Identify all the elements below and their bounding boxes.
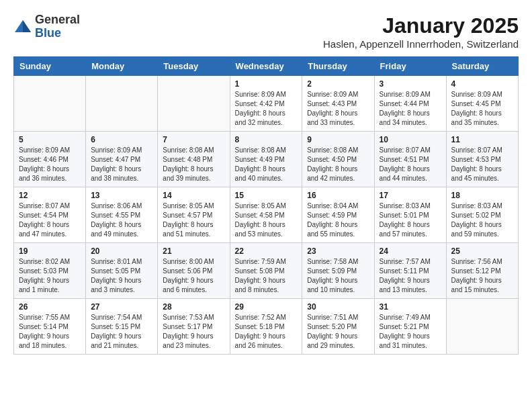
day-number: 3 [380,79,441,89]
day-info: Sunrise: 7:54 AMSunset: 5:15 PMDaylight:… [91,313,152,351]
weekday-header-sunday: Sunday [14,57,86,76]
calendar-cell: 13Sunrise: 8:06 AMSunset: 4:55 PMDayligh… [86,187,158,243]
day-number: 15 [235,191,298,200]
logo-general-text: General [35,13,80,27]
day-info: Sunrise: 7:56 AMSunset: 5:12 PMDaylight:… [451,257,513,295]
day-number: 31 [380,302,441,312]
calendar-week-row: 5Sunrise: 8:09 AMSunset: 4:46 PMDaylight… [14,132,519,187]
svg-marker-1 [23,20,31,32]
calendar-cell: 21Sunrise: 8:00 AMSunset: 5:06 PMDayligh… [158,243,230,299]
day-number: 9 [307,135,369,144]
calendar-week-row: 19Sunrise: 8:02 AMSunset: 5:03 PMDayligh… [14,243,519,299]
calendar-cell: 20Sunrise: 8:01 AMSunset: 5:05 PMDayligh… [86,243,158,299]
day-info: Sunrise: 8:09 AMSunset: 4:44 PMDaylight:… [380,90,441,128]
day-info: Sunrise: 7:55 AMSunset: 5:14 PMDaylight:… [19,313,81,351]
day-number: 27 [91,302,152,312]
day-number: 28 [163,302,224,312]
day-info: Sunrise: 8:08 AMSunset: 4:48 PMDaylight:… [163,146,224,183]
calendar-cell: 18Sunrise: 8:03 AMSunset: 5:02 PMDayligh… [446,187,518,243]
day-info: Sunrise: 8:07 AMSunset: 4:54 PMDaylight:… [19,201,81,239]
weekday-header-row: SundayMondayTuesdayWednesdayThursdayFrid… [14,57,519,76]
calendar-cell: 14Sunrise: 8:05 AMSunset: 4:57 PMDayligh… [158,187,230,243]
logo-icon [13,17,32,36]
location-title: Haslen, Appenzell Innerrhoden, Switzerla… [323,38,519,50]
day-info: Sunrise: 8:09 AMSunset: 4:46 PMDaylight:… [19,146,81,183]
day-number: 23 [307,246,369,256]
weekday-header-saturday: Saturday [446,57,518,76]
calendar-cell: 26Sunrise: 7:55 AMSunset: 5:14 PMDayligh… [14,299,86,355]
day-info: Sunrise: 7:49 AMSunset: 5:21 PMDaylight:… [380,313,441,351]
day-info: Sunrise: 8:05 AMSunset: 4:58 PMDaylight:… [235,201,298,239]
day-number: 22 [235,246,298,256]
day-number: 20 [91,246,152,256]
calendar-cell: 7Sunrise: 8:08 AMSunset: 4:48 PMDaylight… [158,132,230,187]
calendar-cell: 4Sunrise: 8:09 AMSunset: 4:45 PMDaylight… [446,76,518,132]
calendar-cell: 11Sunrise: 8:07 AMSunset: 4:53 PMDayligh… [446,132,518,187]
day-number: 30 [307,302,369,312]
calendar-cell: 19Sunrise: 8:02 AMSunset: 5:03 PMDayligh… [14,243,86,299]
day-number: 6 [91,135,152,144]
day-info: Sunrise: 8:02 AMSunset: 5:03 PMDaylight:… [19,257,81,295]
calendar-cell: 5Sunrise: 8:09 AMSunset: 4:46 PMDaylight… [14,132,86,187]
calendar-cell: 16Sunrise: 8:04 AMSunset: 4:59 PMDayligh… [302,187,374,243]
day-info: Sunrise: 8:09 AMSunset: 4:42 PMDaylight:… [235,90,298,128]
calendar-cell: 1Sunrise: 8:09 AMSunset: 4:42 PMDaylight… [230,76,302,132]
day-number: 7 [163,135,224,144]
day-number: 17 [380,191,441,200]
calendar-cell [446,299,518,355]
day-info: Sunrise: 8:03 AMSunset: 5:01 PMDaylight:… [380,201,441,239]
calendar-cell: 8Sunrise: 8:08 AMSunset: 4:49 PMDaylight… [230,132,302,187]
day-number: 12 [19,191,81,200]
calendar-week-row: 12Sunrise: 8:07 AMSunset: 4:54 PMDayligh… [14,187,519,243]
calendar-week-row: 26Sunrise: 7:55 AMSunset: 5:14 PMDayligh… [14,299,519,355]
calendar-week-row: 1Sunrise: 8:09 AMSunset: 4:42 PMDaylight… [14,76,519,132]
weekday-header-thursday: Thursday [302,57,374,76]
day-info: Sunrise: 8:09 AMSunset: 4:43 PMDaylight:… [307,90,369,128]
day-number: 13 [91,191,152,200]
day-number: 2 [307,79,369,89]
day-number: 24 [380,246,441,256]
calendar-cell: 27Sunrise: 7:54 AMSunset: 5:15 PMDayligh… [86,299,158,355]
day-info: Sunrise: 8:07 AMSunset: 4:51 PMDaylight:… [380,146,441,183]
calendar-cell [86,76,158,132]
day-number: 1 [235,79,298,89]
logo: General Blue [13,13,80,40]
calendar-cell: 6Sunrise: 8:09 AMSunset: 4:47 PMDaylight… [86,132,158,187]
calendar-cell: 23Sunrise: 7:58 AMSunset: 5:09 PMDayligh… [302,243,374,299]
calendar-cell: 3Sunrise: 8:09 AMSunset: 4:44 PMDaylight… [374,76,446,132]
day-info: Sunrise: 8:08 AMSunset: 4:50 PMDaylight:… [307,146,369,183]
day-number: 26 [19,302,81,312]
day-number: 14 [163,191,224,200]
day-info: Sunrise: 7:59 AMSunset: 5:08 PMDaylight:… [235,257,298,295]
day-info: Sunrise: 7:53 AMSunset: 5:17 PMDaylight:… [163,313,224,351]
calendar-cell: 22Sunrise: 7:59 AMSunset: 5:08 PMDayligh… [230,243,302,299]
calendar-cell [14,76,86,132]
day-number: 16 [307,191,369,200]
day-info: Sunrise: 8:05 AMSunset: 4:57 PMDaylight:… [163,201,224,239]
day-number: 25 [451,246,513,256]
day-info: Sunrise: 8:08 AMSunset: 4:49 PMDaylight:… [235,146,298,183]
calendar-cell: 17Sunrise: 8:03 AMSunset: 5:01 PMDayligh… [374,187,446,243]
day-info: Sunrise: 7:57 AMSunset: 5:11 PMDaylight:… [380,257,441,295]
calendar-cell: 12Sunrise: 8:07 AMSunset: 4:54 PMDayligh… [14,187,86,243]
day-number: 29 [235,302,298,312]
month-title: January 2025 [323,13,519,38]
logo-blue-text: Blue [35,27,80,40]
day-number: 10 [380,135,441,144]
day-number: 11 [451,135,513,144]
day-info: Sunrise: 8:09 AMSunset: 4:47 PMDaylight:… [91,146,152,183]
day-info: Sunrise: 8:09 AMSunset: 4:45 PMDaylight:… [451,90,513,128]
day-number: 19 [19,246,81,256]
calendar-cell: 31Sunrise: 7:49 AMSunset: 5:21 PMDayligh… [374,299,446,355]
title-block: January 2025 Haslen, Appenzell Innerrhod… [323,13,519,50]
page-header: General Blue January 2025 Haslen, Appenz… [13,13,519,50]
calendar-cell: 10Sunrise: 8:07 AMSunset: 4:51 PMDayligh… [374,132,446,187]
day-info: Sunrise: 8:00 AMSunset: 5:06 PMDaylight:… [163,257,224,295]
day-info: Sunrise: 8:01 AMSunset: 5:05 PMDaylight:… [91,257,152,295]
day-info: Sunrise: 8:07 AMSunset: 4:53 PMDaylight:… [451,146,513,183]
weekday-header-wednesday: Wednesday [230,57,302,76]
calendar-table: SundayMondayTuesdayWednesdayThursdayFrid… [13,56,519,355]
calendar-cell: 25Sunrise: 7:56 AMSunset: 5:12 PMDayligh… [446,243,518,299]
logo-text: General Blue [35,13,80,40]
day-info: Sunrise: 7:58 AMSunset: 5:09 PMDaylight:… [307,257,369,295]
